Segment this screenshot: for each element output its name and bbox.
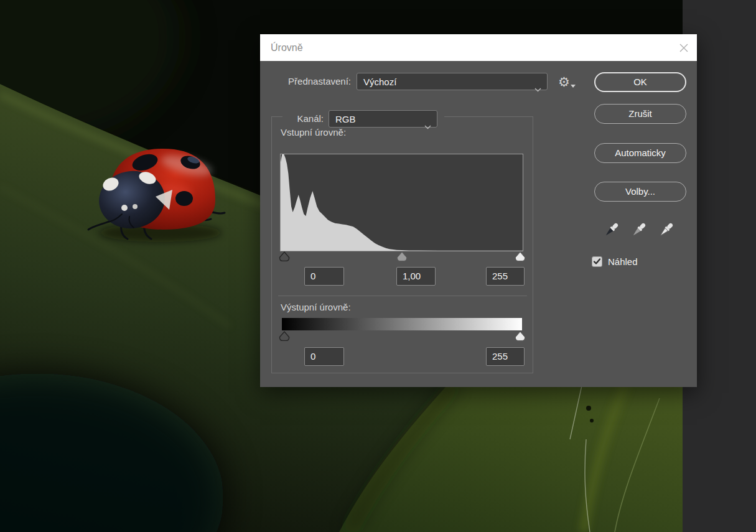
- gear-menu-arrow-icon: [571, 85, 576, 88]
- black-point-eyedropper[interactable]: [603, 221, 620, 238]
- output-gradient-bar: [282, 318, 522, 330]
- gray-point-eyedropper[interactable]: [630, 221, 648, 238]
- options-button[interactable]: Volby...: [594, 182, 686, 202]
- preset-options-button[interactable]: ⚙: [558, 73, 579, 91]
- input-shadow-slider[interactable]: [279, 251, 290, 261]
- photoshop-workspace: Úrovně Přednastavení: Výchozí ⚙ OK Zruši…: [0, 0, 756, 532]
- dialog-titlebar[interactable]: Úrovně: [260, 34, 697, 61]
- white-point-eyedropper[interactable]: [658, 221, 675, 238]
- output-low-slider[interactable]: [279, 331, 290, 341]
- ok-button[interactable]: OK: [594, 72, 686, 92]
- preset-label: Přednastavení:: [269, 73, 351, 90]
- channel-dropdown[interactable]: RGB: [329, 110, 437, 128]
- output-levels-label: Výstupní úrovně:: [281, 301, 351, 314]
- input-gamma-field[interactable]: 1,00: [396, 267, 436, 286]
- gear-icon: ⚙: [558, 75, 570, 89]
- cancel-button[interactable]: Zrušit: [594, 104, 686, 124]
- output-high-field[interactable]: 255: [486, 347, 525, 366]
- input-levels-label: Vstupní úrovně:: [281, 126, 346, 139]
- close-icon[interactable]: [678, 42, 689, 54]
- preset-value: Výchozí: [363, 77, 396, 87]
- check-icon: [593, 258, 601, 266]
- output-high-slider[interactable]: [515, 331, 526, 341]
- histogram-panel[interactable]: [280, 154, 523, 251]
- preset-dropdown[interactable]: Výchozí: [357, 73, 548, 90]
- input-shadow-field[interactable]: 0: [304, 267, 344, 286]
- input-gamma-slider[interactable]: [396, 251, 408, 261]
- dialog-title: Úrovně: [271, 34, 303, 61]
- preview-checkbox[interactable]: [592, 256, 602, 267]
- input-highlight-field[interactable]: 255: [486, 267, 525, 286]
- channel-value: RGB: [335, 114, 356, 124]
- section-divider: [278, 296, 527, 296]
- input-highlight-slider[interactable]: [515, 251, 526, 261]
- chevron-down-icon: [534, 80, 541, 85]
- chevron-down-icon: [424, 118, 431, 122]
- auto-button[interactable]: Automaticky: [594, 143, 686, 163]
- histogram-shape: [281, 154, 523, 251]
- preview-label: Náhled: [608, 256, 638, 268]
- output-low-field[interactable]: 0: [304, 347, 344, 366]
- levels-dialog: Úrovně Přednastavení: Výchozí ⚙ OK Zruši…: [260, 34, 697, 387]
- channel-label: Kanál:: [279, 110, 324, 128]
